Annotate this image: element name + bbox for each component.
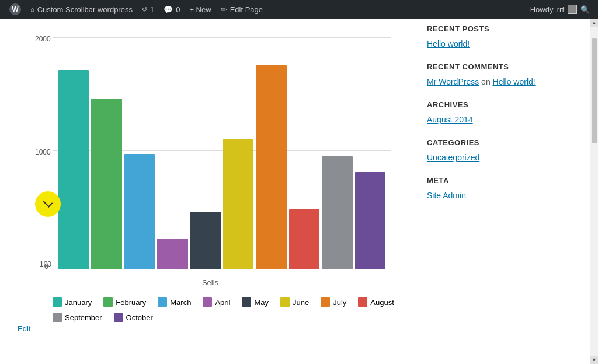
updates-button[interactable]: ↺ 1 [137, 0, 159, 19]
legend-color-may [242, 298, 251, 307]
legend-label-february: February [116, 298, 146, 307]
archives-title: ARCHIVES [427, 100, 578, 109]
recent-posts-title: RECENT POSTS [427, 24, 578, 33]
bar-september [322, 156, 352, 270]
comment-post-link[interactable]: Hello world! [493, 77, 536, 86]
edit-link[interactable]: Edit [18, 324, 30, 333]
legend-color-october [114, 313, 123, 322]
legend-item-august: August [358, 298, 394, 307]
legend-color-march [158, 298, 167, 307]
site-name-button[interactable]: ⌂ Custom Scrollbar wordpress [26, 0, 137, 19]
recent-post-hello-world[interactable]: Hello world! [427, 39, 578, 48]
recent-comments-title: RECENT COMMENTS [427, 62, 578, 71]
bar-january [58, 70, 89, 270]
new-button[interactable]: + New [185, 0, 215, 19]
scrollbar-down[interactable]: ▼ [590, 356, 599, 364]
cursor-indicator [35, 191, 61, 217]
page-wrapper: 2000 1000 100 0 Sells JanuaryFebruaryMar… [0, 19, 598, 364]
legend-item-may: May [242, 298, 269, 307]
x-axis-label: Sells [18, 278, 403, 287]
meta-title: META [427, 176, 578, 185]
bar-october [355, 172, 385, 270]
categories-section: CATEGORIES Uncategorized [427, 138, 578, 162]
new-label: + New [189, 5, 211, 14]
legend-item-june: June [280, 298, 309, 307]
legend-label-march: March [170, 298, 191, 307]
meta-section: META Site Admin [427, 176, 578, 200]
comment-on-text: on [481, 77, 492, 86]
meta-site-admin[interactable]: Site Admin [427, 191, 578, 200]
edit-icon: ✏ [221, 5, 227, 14]
legend-color-june [280, 298, 290, 307]
bar-may [190, 212, 221, 270]
updates-icon: ↺ [142, 6, 147, 13]
archive-aug-2014[interactable]: August 2014 [427, 115, 578, 124]
legend-item-january: January [53, 298, 92, 307]
legend-item-april: April [203, 298, 230, 307]
legend-label-january: January [65, 298, 92, 307]
legend-label-june: June [293, 298, 309, 307]
comments-button[interactable]: 💬 0 [159, 0, 185, 19]
updates-count: 1 [150, 5, 154, 14]
categories-title: CATEGORIES [427, 138, 578, 147]
chart-legend: JanuaryFebruaryMarchAprilMayJuneJulyAugu… [18, 298, 403, 322]
y-label-0: 0 [44, 262, 48, 271]
legend-label-july: July [333, 298, 346, 307]
legend-color-august [358, 298, 367, 307]
bar-march [124, 154, 155, 270]
bar-february [91, 99, 121, 270]
legend-color-april [203, 298, 212, 307]
legend-label-april: April [215, 298, 230, 307]
y-label-1000: 1000 [35, 148, 51, 156]
scrollbar-up[interactable]: ▲ [590, 19, 599, 27]
comments-count: 0 [176, 5, 180, 14]
legend-label-may: May [254, 298, 269, 307]
legend-label-october: October [126, 313, 153, 322]
bar-june [223, 139, 253, 270]
main-content: 2000 1000 100 0 Sells JanuaryFebruaryMar… [0, 19, 415, 364]
comment-entry: Mr WordPress on Hello world! [427, 77, 578, 86]
legend-color-january [53, 298, 62, 307]
y-label-2000: 2000 [35, 35, 51, 43]
comments-icon: 💬 [164, 5, 173, 14]
legend-item-february: February [103, 298, 146, 307]
legend-label-september: September [65, 313, 102, 322]
commenter-link[interactable]: Mr WordPress [427, 77, 479, 86]
howdy-text: Howdy, rrf [530, 5, 564, 14]
chart-container: 2000 1000 100 0 Sells [18, 24, 403, 293]
admin-bar: W ⌂ Custom Scrollbar wordpress ↺ 1 💬 0 +… [0, 0, 598, 19]
legend-color-february [103, 298, 113, 307]
archives-section: ARCHIVES August 2014 [427, 100, 578, 124]
category-uncategorized[interactable]: Uncategorized [427, 153, 578, 162]
legend-label-august: August [370, 298, 394, 307]
legend-item-march: March [158, 298, 191, 307]
scrollbar-thumb[interactable] [592, 38, 597, 144]
bar-august [289, 209, 319, 270]
user-avatar [568, 5, 577, 14]
search-button[interactable]: 🔍 [577, 1, 593, 18]
bar-july [256, 65, 286, 270]
bar-april [157, 239, 187, 270]
recent-posts-section: RECENT POSTS Hello world! [427, 24, 578, 48]
edit-page-label: Edit Page [230, 5, 263, 14]
legend-color-september [53, 313, 62, 322]
sidebar: RECENT POSTS Hello world! RECENT COMMENT… [415, 19, 590, 364]
scrollbar-track: ▲ ▼ [590, 19, 598, 364]
bars-area [53, 36, 391, 270]
legend-item-july: July [321, 298, 346, 307]
wp-logo-button[interactable]: W [5, 0, 26, 19]
legend-item-october: October [114, 313, 153, 322]
legend-item-september: September [53, 313, 102, 322]
edit-page-button[interactable]: ✏ Edit Page [216, 0, 267, 19]
legend-color-july [321, 298, 330, 307]
recent-comments-section: RECENT COMMENTS Mr WordPress on Hello wo… [427, 62, 578, 86]
wp-icon: W [9, 4, 21, 15]
site-name-label: Custom Scrollbar wordpress [37, 5, 133, 14]
